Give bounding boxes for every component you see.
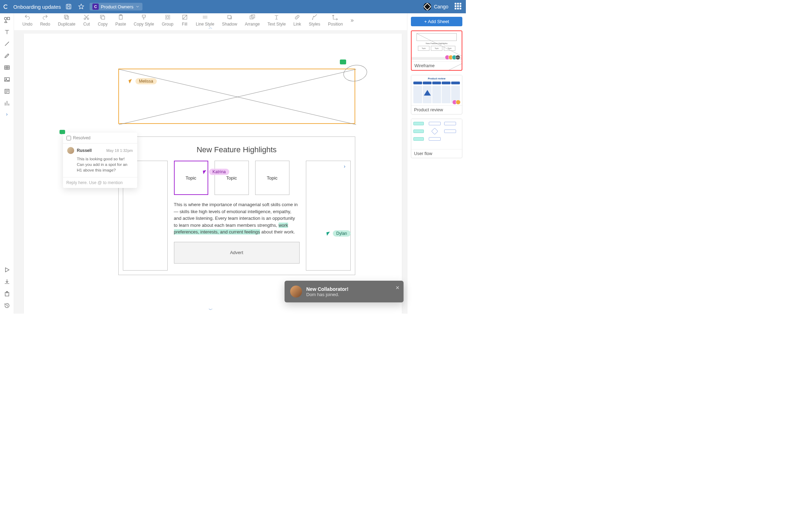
page-surface[interactable]: ◤ Melissa New Feature Highlights Topic T… [24,34,402,314]
comment-marker-icon[interactable] [340,59,346,64]
collaborator-avatars [454,100,461,105]
comment-popover: Resolved Russell May 18 1:32pm This is l… [63,133,137,188]
topic-card-1[interactable]: Topic [174,161,208,195]
collaborator-toast: New Collaborator! Dom has joined. × [285,281,404,302]
sheets-panel: + Add Sheet New Feature Highlights Topic… [407,13,466,314]
topic-card-2[interactable]: Topic [215,161,249,195]
commenter-avatar [67,147,74,154]
svg-rect-21 [228,15,231,18]
share-icon[interactable] [3,290,11,298]
apps-grid-icon[interactable] [455,3,462,10]
svg-rect-11 [65,16,69,19]
text-tool-icon[interactable] [3,28,11,36]
sheet-card-product-review[interactable]: Product review Product review [411,75,462,114]
sheet-card-user-flow[interactable]: User flow [411,119,462,158]
left-toolrail: › [0,13,14,314]
comment-message: This is looking good so far! Can you add… [63,155,137,177]
body-text[interactable]: This is where the importance of manageri… [174,201,300,236]
brand-mark-icon [424,3,431,10]
add-sheet-button[interactable]: + Add Sheet [411,17,462,26]
collapse-bottom-icon[interactable]: ﹀ [209,307,213,313]
svg-line-27 [417,34,462,71]
team-selector[interactable]: C Product Owners [90,3,142,10]
svg-rect-2 [67,7,70,9]
svg-line-28 [417,34,462,71]
section-title[interactable]: New Feature Highlights [119,145,355,154]
commenter-name: Russell [77,148,92,153]
shapes-tool-icon[interactable] [3,16,11,24]
sheet-label: Product review [411,105,462,114]
star-icon[interactable] [76,2,86,12]
comment-bubble-icon [59,130,65,134]
collaborator-cursor-dylan: ◤ Dylan [327,230,350,237]
svg-rect-5 [5,66,9,70]
pen-tool-icon[interactable] [3,52,11,59]
document-title[interactable]: Onboarding updates [13,4,61,10]
expand-left-icon[interactable]: › [6,111,8,117]
chart-tool-icon[interactable] [3,99,11,107]
toast-title: New Collaborator! [306,286,349,292]
svg-rect-14 [102,16,105,19]
resolved-label: Resolved [73,135,91,140]
top-bar: Onboarding updates C Product Owners Cang… [0,0,466,13]
image-tool-icon[interactable] [3,76,11,83]
resolved-checkbox[interactable] [66,136,71,140]
svg-rect-18 [166,15,170,19]
advert-placeholder[interactable]: Advert [174,242,300,264]
svg-rect-4 [7,18,9,20]
play-icon[interactable] [3,266,11,274]
toast-subtitle: Dom has joined. [306,292,349,297]
collapse-toolbar-icon[interactable]: ︿ [14,25,407,30]
toast-avatar [290,286,302,298]
svg-rect-1 [67,4,70,6]
collaborator-avatars: +2+ [446,55,460,60]
sheet-label: User flow [411,149,462,158]
app-logo-icon[interactable] [0,4,11,9]
download-icon[interactable] [3,278,11,286]
svg-rect-10 [64,15,68,18]
svg-point-3 [4,18,7,20]
canvas[interactable]: ◤ Melissa New Feature Highlights Topic T… [14,30,407,314]
section-frame[interactable]: New Feature Highlights Topic Topic Topic… [118,136,355,275]
floppy-save-icon[interactable] [64,2,74,12]
document-tool-icon[interactable] [3,88,11,95]
svg-rect-0 [66,4,71,9]
collaborator-cursor-katrina: ◤ Katrina [203,168,229,175]
close-icon[interactable]: × [396,284,399,292]
comment-timestamp: May 18 1:32pm [106,148,133,153]
comment-reply-input[interactable]: Reply here. Use @ to mention [63,177,137,188]
topic-card-3[interactable]: Topic [255,161,289,195]
svg-rect-17 [142,15,146,17]
sheet-card-wireframe[interactable]: New Feature Highlights TopicTopicTopic +… [411,30,462,71]
svg-point-7 [6,78,6,79]
history-icon[interactable] [3,302,11,309]
brand-link[interactable]: Cango [424,3,448,10]
sidebar-box-right[interactable] [306,161,351,271]
collapse-right-icon[interactable]: › [344,163,345,169]
table-tool-icon[interactable] [3,64,11,71]
line-tool-icon[interactable] [3,40,11,48]
collaborator-cursor-melissa: ◤ Melissa [129,77,157,84]
svg-rect-19 [167,16,169,18]
toolbar-overflow-icon[interactable]: » [351,17,354,23]
team-name: Product Owners [101,4,133,9]
